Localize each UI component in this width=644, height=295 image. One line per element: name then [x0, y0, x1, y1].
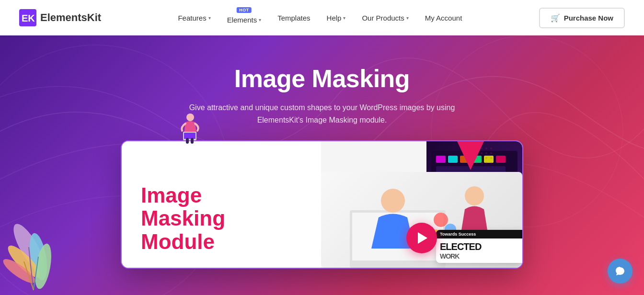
card-left-content: Image Masking Module — [122, 141, 321, 268]
svg-point-34 — [485, 157, 487, 159]
hero-subtitle: Give attractive and unique custom shapes… — [188, 102, 456, 126]
chevron-down-icon: ▾ — [406, 15, 409, 21]
nav-label-products: Our Products — [362, 14, 404, 22]
svg-point-42 — [381, 189, 405, 213]
logo-icon: EK — [19, 9, 36, 26]
svg-rect-15 — [436, 156, 446, 163]
hero-text: Image Masking Give attractive and unique… — [188, 35, 456, 136]
svg-point-35 — [490, 157, 492, 159]
nav-menu: Features ▾ HOT Elements ▾ Templates Help… — [101, 8, 539, 28]
card-title: Image Masking Module — [141, 184, 302, 253]
nav-item-elements[interactable]: HOT Elements ▾ — [220, 8, 268, 28]
success-card-header: Towards Success — [436, 230, 522, 238]
svg-point-30 — [485, 152, 487, 154]
svg-text:EK: EK — [22, 13, 35, 23]
navbar: EK ElementsKit Features ▾ HOT Elements ▾… — [0, 0, 644, 35]
svg-point-39 — [490, 162, 492, 164]
svg-point-43 — [434, 213, 448, 227]
chevron-down-icon: ▾ — [343, 15, 345, 21]
purchase-label: Purchase Now — [564, 14, 613, 22]
nav-label-help: Help — [327, 14, 342, 22]
chevron-down-icon: ▾ — [208, 15, 211, 21]
nav-label-account: My Account — [425, 14, 462, 22]
svg-point-27 — [490, 148, 492, 149]
success-card-body: ELECTED WORK — [436, 238, 522, 263]
purchase-now-button[interactable]: 🛒 Purchase Now — [539, 8, 625, 28]
chat-button[interactable] — [608, 259, 632, 284]
nav-item-account[interactable]: My Account — [418, 10, 469, 26]
hero-section: Image Masking Give attractive and unique… — [0, 35, 644, 295]
success-card: Towards Success ELECTED WORK — [436, 230, 522, 263]
play-button[interactable] — [406, 223, 437, 253]
nav-item-features[interactable]: Features ▾ — [171, 10, 217, 26]
cart-icon: 🛒 — [551, 13, 560, 23]
ribbon-decoration — [457, 141, 484, 170]
svg-point-26 — [485, 148, 487, 149]
person-illustration — [178, 112, 202, 145]
nav-label-templates: Templates — [277, 14, 310, 22]
nav-item-help[interactable]: Help ▾ — [320, 10, 353, 26]
svg-point-9 — [186, 113, 194, 121]
svg-rect-16 — [448, 156, 458, 163]
svg-point-38 — [485, 162, 487, 164]
nav-item-templates[interactable]: Templates — [271, 10, 317, 26]
card-right-content: Towards Success ELECTED WORK — [321, 141, 522, 268]
nav-item-products[interactable]: Our Products ▾ — [355, 10, 415, 26]
elected-text: ELECTED — [440, 241, 518, 252]
svg-point-31 — [490, 152, 492, 154]
hot-badge: HOT — [237, 7, 252, 13]
hero-title: Image Masking — [188, 64, 456, 93]
svg-rect-11 — [184, 133, 196, 139]
svg-rect-13 — [191, 138, 194, 144]
logo[interactable]: EK ElementsKit — [19, 9, 101, 26]
nav-label-elements: Elements — [227, 16, 257, 24]
decorative-leaves — [0, 151, 96, 295]
chevron-down-icon: ▾ — [259, 17, 261, 23]
logo-text: ElementsKit — [40, 11, 101, 24]
nav-label-features: Features — [178, 14, 206, 22]
svg-point-46 — [465, 186, 484, 205]
svg-rect-12 — [186, 138, 189, 144]
hero-card-wrapper: Image Masking Module — [121, 140, 523, 269]
hero-preview-card: Image Masking Module — [121, 140, 523, 269]
work-text: WORK — [440, 252, 518, 260]
